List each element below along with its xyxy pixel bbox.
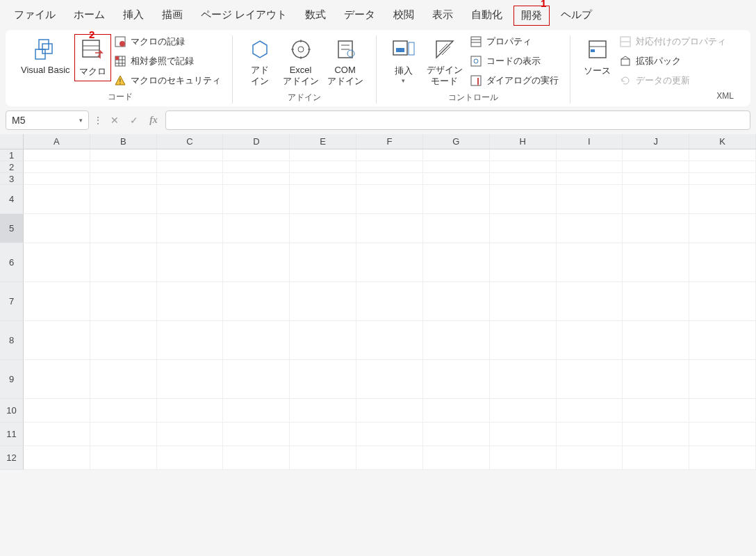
cell[interactable]: [356, 321, 423, 360]
cell[interactable]: [423, 149, 490, 161]
cell[interactable]: [557, 423, 623, 446]
cell[interactable]: [490, 149, 557, 161]
cell[interactable]: [623, 149, 689, 161]
xml-map-properties-button[interactable]: 対応付けのプロパティ: [619, 35, 726, 48]
cell[interactable]: [290, 399, 356, 423]
excel-addins-button[interactable]: Excel アドイン: [279, 34, 323, 89]
cell[interactable]: [90, 321, 157, 360]
cell[interactable]: [223, 214, 290, 243]
menu-automate[interactable]: 自動化: [464, 6, 509, 26]
column-header[interactable]: I: [557, 134, 623, 149]
chevron-down-icon[interactable]: ▾: [79, 117, 83, 124]
cell[interactable]: [490, 321, 557, 360]
cell[interactable]: [490, 360, 557, 399]
cell[interactable]: [557, 214, 623, 243]
menu-page-layout[interactable]: ページ レイアウト: [194, 6, 294, 26]
name-box[interactable]: M5 ▾: [6, 111, 89, 130]
cell[interactable]: [423, 282, 490, 321]
menu-developer[interactable]: 開発: [513, 6, 550, 26]
cell[interactable]: [689, 214, 756, 243]
cell[interactable]: [623, 360, 689, 399]
cell[interactable]: [423, 423, 490, 446]
cell[interactable]: [290, 423, 356, 446]
cell[interactable]: [689, 185, 756, 214]
cell[interactable]: [423, 399, 490, 423]
cell[interactable]: [557, 446, 623, 470]
cell[interactable]: [423, 360, 490, 399]
cell[interactable]: [490, 214, 557, 243]
cell[interactable]: [223, 149, 290, 161]
cell[interactable]: [157, 321, 224, 360]
cell[interactable]: [356, 161, 423, 173]
cancel-formula-button[interactable]: ✕: [107, 115, 122, 126]
row-header[interactable]: 9: [0, 360, 24, 399]
cell[interactable]: [557, 161, 623, 173]
cell[interactable]: [623, 243, 689, 282]
row-header[interactable]: 4: [0, 185, 24, 214]
column-header[interactable]: D: [223, 134, 290, 149]
row-header[interactable]: 11: [0, 423, 24, 446]
enter-formula-button[interactable]: ✓: [126, 115, 142, 126]
menu-file[interactable]: ファイル: [7, 6, 63, 26]
cell[interactable]: [557, 321, 623, 360]
menu-view[interactable]: 表示: [425, 6, 460, 26]
cell[interactable]: [689, 149, 756, 161]
cell[interactable]: [557, 399, 623, 423]
cell[interactable]: [24, 214, 90, 243]
cell[interactable]: [689, 282, 756, 321]
cell[interactable]: [423, 214, 490, 243]
macro-security-button[interactable]: ! マクロのセキュリティ: [114, 74, 221, 87]
cell[interactable]: [290, 173, 356, 185]
cell[interactable]: [623, 282, 689, 321]
cell[interactable]: [157, 161, 224, 173]
cell[interactable]: [24, 282, 90, 321]
cell[interactable]: [24, 161, 90, 173]
cell[interactable]: [24, 446, 90, 470]
row-header[interactable]: 7: [0, 282, 24, 321]
cell[interactable]: [223, 243, 290, 282]
design-mode-button[interactable]: デザイン モード: [422, 34, 467, 89]
cell[interactable]: [24, 185, 90, 214]
cell[interactable]: [490, 185, 557, 214]
cell[interactable]: [490, 423, 557, 446]
cell[interactable]: [157, 282, 224, 321]
cell[interactable]: [356, 243, 423, 282]
cell[interactable]: [24, 173, 90, 185]
cell[interactable]: [90, 423, 157, 446]
cell[interactable]: [157, 185, 224, 214]
cell[interactable]: [24, 360, 90, 399]
view-code-button[interactable]: コードの表示: [470, 55, 559, 67]
relative-reference-button[interactable]: 相対参照で記録: [114, 55, 221, 67]
cell[interactable]: [157, 446, 224, 470]
cell[interactable]: [356, 399, 423, 423]
cell[interactable]: [557, 185, 623, 214]
cell[interactable]: [557, 173, 623, 185]
cell[interactable]: [290, 282, 356, 321]
row-header[interactable]: 8: [0, 321, 24, 360]
cell[interactable]: [24, 321, 90, 360]
insert-control-button[interactable]: 挿入 ▾: [385, 34, 422, 87]
menu-review[interactable]: 校閲: [386, 6, 421, 26]
column-header[interactable]: J: [623, 134, 689, 149]
macros-button[interactable]: マクロ: [74, 34, 111, 81]
cell[interactable]: [24, 149, 90, 161]
cell[interactable]: [90, 446, 157, 470]
cell[interactable]: [356, 173, 423, 185]
cell[interactable]: [290, 161, 356, 173]
cell[interactable]: [90, 282, 157, 321]
column-header[interactable]: A: [24, 134, 90, 149]
visual-basic-button[interactable]: Visual Basic: [17, 34, 74, 78]
cell[interactable]: [490, 399, 557, 423]
cell[interactable]: [490, 161, 557, 173]
cell[interactable]: [356, 282, 423, 321]
xml-expansion-packs-button[interactable]: 拡張パック: [619, 55, 726, 67]
row-header[interactable]: 1: [0, 149, 24, 161]
cell[interactable]: [689, 173, 756, 185]
cell[interactable]: [423, 161, 490, 173]
cell[interactable]: [423, 446, 490, 470]
cell[interactable]: [557, 282, 623, 321]
cell[interactable]: [290, 446, 356, 470]
cell[interactable]: [290, 185, 356, 214]
cell[interactable]: [290, 243, 356, 282]
row-header[interactable]: 10: [0, 399, 24, 423]
